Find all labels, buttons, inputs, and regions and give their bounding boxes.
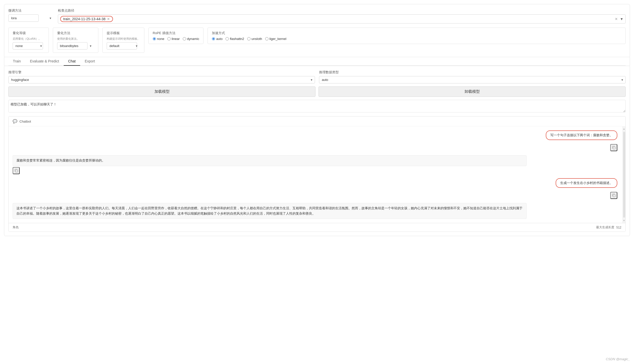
accel-liger-option[interactable]: liger_kernel [265, 37, 286, 41]
chat-messages-container: 写一个句子连接以下两个词：腐败和贪婪。 [9, 126, 625, 223]
svg-rect-2 [613, 195, 615, 197]
tab-evaluate[interactable]: Evaluate & Predict [25, 57, 63, 66]
accel-auto-option[interactable]: auto [212, 37, 222, 41]
fine-tune-method-label: 微调方法 [8, 8, 54, 13]
copy-icon [612, 146, 616, 150]
fine-tune-method-select-wrapper: lora full freeze ▼ [8, 14, 54, 22]
accel-flashattn2-option[interactable]: flashattn2 [225, 37, 244, 41]
main-frame: 微调方法 lora full freeze ▼ 检查点路径 [4, 4, 630, 236]
bot-response-1: 腐败和贪婪常常紧密相连，因为腐败往往是由贪婪所驱动的。 [13, 155, 617, 174]
chat-scrollbar: ▲ ▼ [622, 126, 625, 223]
rope-linear-option[interactable]: linear [167, 37, 180, 41]
scroll-up-arrow[interactable]: ▲ [623, 126, 625, 131]
system-prompt-textarea[interactable]: 模型已加载，可以开始聊天了！ [8, 100, 626, 112]
bot-bubble-1-text: 腐败和贪婪常常紧密相连，因为腐败往往是由贪婪所驱动的。 [16, 158, 105, 162]
checkpoint-path-label: 检查点路径 [58, 8, 626, 13]
inference-dtype-select[interactable]: autofloat16bfloat16float32 [319, 76, 626, 83]
quant-method-sublabel: 使用的量化算法。 [57, 37, 94, 41]
system-prompt-area: 模型已加载，可以开始聊天了！ [8, 100, 626, 113]
inference-row: 推理引擎 huggingfacevllmsglang ▼ 推理数据类型 auto… [8, 70, 626, 83]
chatbot-header: 💬 Chatbot [9, 117, 625, 126]
quant-method-select[interactable]: bitsandbytesgptqawqaqlm [57, 42, 87, 50]
prompt-template-select[interactable]: defaultalpacavicunallama2chatglm2 [107, 42, 137, 50]
load-model-button[interactable]: 加载模型 [8, 86, 315, 97]
inference-engine-field: 推理引擎 huggingfacevllmsglang ▼ [8, 70, 315, 83]
accel-auto-radio[interactable] [212, 37, 215, 40]
user-bubble-1-text: 写一个句子连接以下两个词：腐败和贪婪。 [550, 133, 613, 137]
rope-radio-group: none linear dynamic [153, 37, 199, 41]
config-row-2: 量化等级 启用量化（QLoRA）。 none234568 ▼ 量化方法 使用的量… [8, 28, 626, 53]
copy-bot-1-icon [14, 169, 18, 173]
copy-user-2-area [13, 192, 617, 199]
accel-radio-group: auto flashattn2 unsloth liger_kernel [212, 37, 621, 41]
rope-method-label: RoPE 插值方法 [153, 31, 199, 35]
checkpoint-tag-text: train_2024-11-25-13-44-38 [63, 17, 105, 21]
tab-train[interactable]: Train [8, 57, 25, 66]
accel-method-group: 加速方式 auto flashattn2 unsloth liger_ker [208, 28, 626, 44]
accel-method-label: 加速方式 [212, 31, 621, 35]
copy-bot-1-area [13, 167, 617, 174]
unload-model-button[interactable]: 卸载模型 [319, 86, 626, 97]
scroll-down-arrow[interactable]: ▼ [623, 218, 625, 223]
max-length-area: 最大生成长度 512 [596, 225, 621, 230]
fine-tune-method-arrow-icon: ▼ [49, 17, 52, 20]
accel-unsloth-option[interactable]: unsloth [247, 37, 262, 41]
svg-rect-1 [15, 170, 18, 172]
svg-rect-0 [613, 147, 615, 149]
copy-user-1-button[interactable] [610, 144, 617, 151]
inference-dtype-select-wrapper: autofloat16bfloat16float32 ▼ [319, 76, 626, 83]
quant-level-group: 量化等级 启用量化（QLoRA）。 none234568 ▼ [8, 28, 49, 53]
checkpoint-tag-close-icon[interactable]: ✕ [107, 17, 110, 21]
bot-bubble-1: 腐败和贪婪常常紧密相连，因为腐败往往是由贪婪所驱动的。 [13, 155, 527, 166]
rope-linear-radio[interactable] [167, 37, 171, 40]
quant-method-label: 量化方法 [57, 31, 94, 35]
bottom-row: 角色 最大生成长度 512 [9, 223, 625, 232]
max-length-value: 512 [616, 226, 621, 229]
quant-level-select-wrapper: none234568 ▼ [13, 42, 44, 50]
checkpoint-path-group: 检查点路径 train_2024-11-25-13-44-38 ✕ ✕ ▼ [58, 8, 626, 24]
quant-level-select[interactable]: none234568 [13, 42, 43, 50]
tab-chat[interactable]: Chat [64, 57, 80, 66]
quant-method-arrow-icon: ▼ [89, 44, 92, 48]
quant-level-label: 量化等级 [13, 31, 44, 35]
rope-none-option[interactable]: none [153, 37, 164, 41]
inference-engine-select-wrapper: huggingfacevllmsglang ▼ [8, 76, 315, 83]
chat-content: 推理引擎 huggingfacevllmsglang ▼ 推理数据类型 auto… [4, 66, 630, 236]
inference-dtype-label: 推理数据类型 [319, 70, 626, 75]
inference-engine-select[interactable]: huggingfacevllmsglang [8, 76, 315, 83]
quant-level-sublabel: 启用量化（QLoRA）。 [13, 37, 44, 41]
quant-method-select-wrapper: bitsandbytesgptqawqaqlm ▼ [57, 42, 94, 50]
load-unload-row: 加载模型 卸载模型 [8, 86, 626, 97]
rope-dynamic-radio[interactable] [183, 37, 186, 40]
fine-tune-method-select[interactable]: lora full freeze [8, 14, 39, 22]
scroll-thumb[interactable] [623, 132, 625, 218]
chatbot-area: 💬 Chatbot 写一个句子连接以下两个词：腐败和贪婪。 [8, 116, 626, 232]
copy-bot-1-button[interactable] [13, 167, 20, 174]
user-bubble-2-text: 生成一个发生在小乡村的书籍描述。 [560, 181, 613, 185]
accel-flashattn2-radio[interactable] [225, 37, 229, 40]
watermark: CSDN @magic_ [606, 357, 630, 361]
user-message-1: 写一个句子连接以下两个词：腐败和贪婪。 [13, 130, 617, 140]
copy-user-1-area [13, 144, 617, 151]
accel-unsloth-radio[interactable] [247, 37, 251, 40]
copy-user-2-icon [612, 193, 616, 197]
accel-liger-radio[interactable] [265, 37, 268, 40]
rope-dynamic-option[interactable]: dynamic [183, 37, 199, 41]
tab-export[interactable]: Export [80, 57, 99, 66]
role-label: 角色 [13, 225, 19, 230]
checkpoint-path-wrapper[interactable]: train_2024-11-25-13-44-38 ✕ ✕ ▼ [58, 14, 626, 24]
prompt-template-select-wrapper: defaultalpacavicunallama2chatglm2 ▼ [107, 42, 140, 50]
checkpoint-dropdown-icon[interactable]: ▼ [620, 17, 623, 21]
chatbot-label: Chatbot [19, 120, 31, 123]
rope-none-radio[interactable] [153, 37, 156, 40]
prompt-template-sublabel: 构建提示词时使用的模板。 [107, 37, 140, 41]
bot-response-2: 这本书讲述了一个小乡村的故事，这里住着一群朴实勤劳的人们。每天清晨，人们会一起在… [13, 203, 617, 219]
page-container: 微调方法 lora full freeze ▼ 检查点路径 [0, 0, 634, 364]
bot-bubble-2: 这本书讲述了一个小乡村的故事，这里住着一群朴实勤劳的人们。每天清晨，人们会一起在… [13, 203, 527, 219]
bot-bubble-2-text: 这本书讲述了一个小乡村的故事，这里住着一群朴实勤劳的人们。每天清晨，人们会一起在… [16, 206, 523, 215]
tabs: Train Evaluate & Predict Chat Export [8, 57, 626, 66]
max-length-label: 最大生成长度 [596, 225, 614, 230]
checkpoint-clear-icon[interactable]: ✕ [615, 17, 618, 21]
copy-user-2-button[interactable] [610, 192, 617, 199]
checkpoint-tag: train_2024-11-25-13-44-38 ✕ [60, 16, 113, 22]
